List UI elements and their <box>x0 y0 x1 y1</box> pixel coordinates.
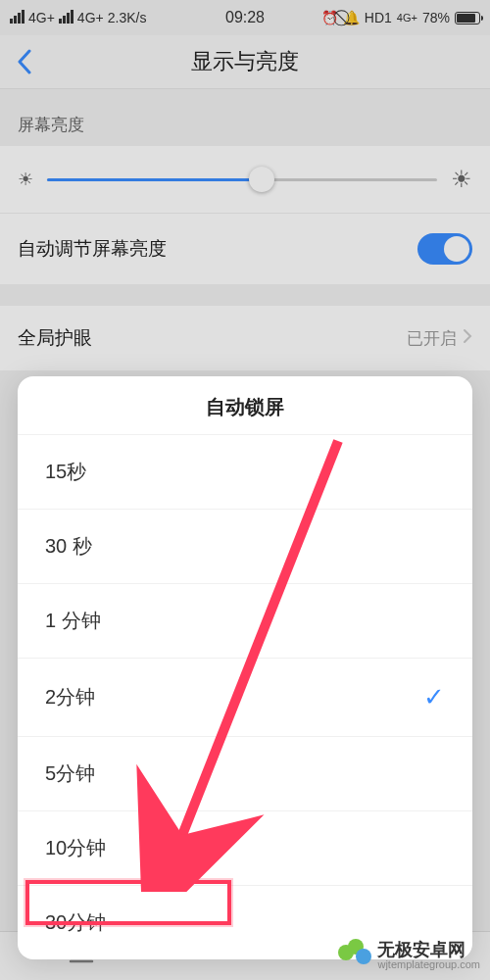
watermark-name: 无极安卓网 <box>377 941 480 958</box>
brightness-high-icon: ☀ <box>451 166 472 193</box>
option-10min[interactable]: 10分钟 <box>18 810 472 885</box>
brightness-section-label: 屏幕亮度 <box>0 89 490 146</box>
eye-protect-label: 全局护眼 <box>18 325 92 351</box>
status-bar: 4G+ 4G+ 2.3K/s 09:28 ⏰ 🔔⃠ HD1 4G+ 78% <box>0 0 490 35</box>
signal-2 <box>59 10 74 26</box>
net-label-1: 4G+ <box>28 10 55 25</box>
auto-brightness-toggle[interactable] <box>417 233 472 265</box>
annotation-highlight <box>25 880 231 925</box>
nav-header: 显示与亮度 <box>0 35 490 89</box>
battery-pct: 78% <box>422 10 450 25</box>
auto-brightness-label: 自动调节屏幕亮度 <box>18 236 167 262</box>
eye-protect-value: 已开启 <box>407 327 457 350</box>
dnd-icon: 🔔⃠ <box>343 10 360 25</box>
net-badge: 4G+ <box>397 12 417 24</box>
option-15s[interactable]: 15秒 <box>18 434 472 509</box>
autolock-sheet: 自动锁屏 15秒 30 秒 1 分钟 2分钟✓ 5分钟 10分钟 30分钟 <box>18 376 472 959</box>
chevron-right-icon <box>463 328 472 349</box>
brightness-low-icon: ☀ <box>18 169 33 190</box>
auto-brightness-row[interactable]: 自动调节屏幕亮度 <box>0 213 490 284</box>
option-2min[interactable]: 2分钟✓ <box>18 658 472 736</box>
status-right: ⏰ 🔔⃠ HD1 4G+ 78% <box>321 10 480 25</box>
status-left: 4G+ 4G+ 2.3K/s <box>10 10 146 26</box>
brightness-card: ☀ ☀ 自动调节屏幕亮度 <box>0 146 490 284</box>
brightness-slider-row: ☀ ☀ <box>0 146 490 213</box>
option-5min[interactable]: 5分钟 <box>18 736 472 810</box>
sheet-title: 自动锁屏 <box>18 376 472 434</box>
alarm-icon: ⏰ <box>321 10 338 25</box>
watermark: 无极安卓网 wjtemplategroup.com <box>338 939 480 972</box>
check-icon: ✓ <box>423 682 445 712</box>
back-button[interactable] <box>0 49 49 74</box>
watermark-logo-icon <box>338 939 371 972</box>
net-label-2: 4G+ <box>77 10 104 25</box>
net-speed: 2.3K/s <box>108 10 147 25</box>
page-title: 显示与亮度 <box>191 47 299 76</box>
eye-protect-row[interactable]: 全局护眼 已开启 <box>0 306 490 370</box>
watermark-url: wjtemplategroup.com <box>377 958 480 970</box>
option-1min[interactable]: 1 分钟 <box>18 583 472 658</box>
hd-label: HD1 <box>365 10 392 25</box>
brightness-slider[interactable] <box>47 178 437 181</box>
battery-icon <box>455 12 480 24</box>
option-30s[interactable]: 30 秒 <box>18 509 472 583</box>
signal-1 <box>10 10 24 26</box>
status-time: 09:28 <box>225 9 265 26</box>
